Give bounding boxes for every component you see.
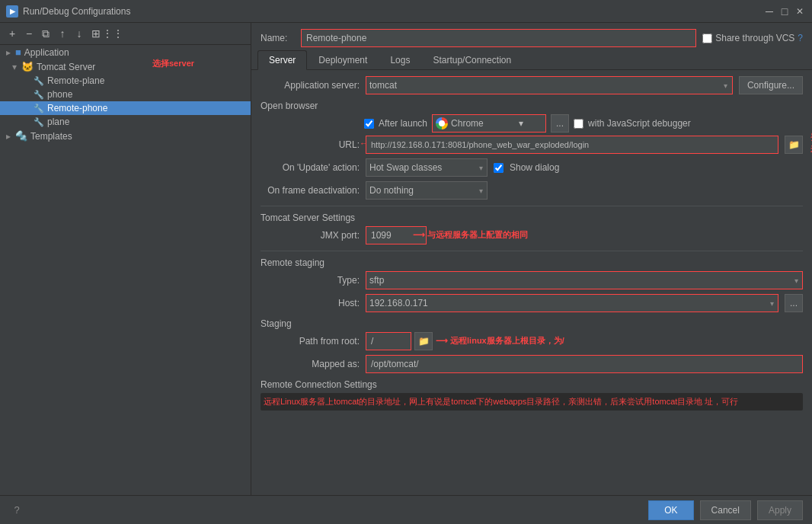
tree-item-phone[interactable]: 🔧 phone [0,88,251,101]
url-folder-button[interactable]: 📁 [785,136,803,154]
config-icon: 🔧 [34,117,44,127]
name-input[interactable] [301,29,696,47]
tree-label: plane [47,117,69,127]
config-icon-selected: 🔧 [34,104,44,113]
close-button[interactable]: ✕ [794,5,806,18]
show-dialog-label: Show dialog [510,162,559,173]
show-dialog-checkbox[interactable] [494,163,504,173]
right-panel: Name: Share through VCS ? 名称随便起 Server D… [251,23,812,495]
on-update-select[interactable]: Hot Swap classes [366,159,475,176]
app-server-combo[interactable]: tomcat ▾ [366,76,733,94]
tree-label: Templates [30,131,72,142]
path-root-folder-button[interactable]: 📁 [414,332,433,350]
tomcat-icon: 🐱 [21,61,34,72]
remote-staging-title: Remote staging [261,257,803,268]
url-input[interactable] [366,136,778,154]
share-vcs-label: Share through VCS [715,33,794,43]
share-vcs-container: Share through VCS ? [702,33,803,43]
move-down-button[interactable]: ↓ [72,26,87,41]
on-frame-label: On frame deactivation: [261,185,360,196]
on-frame-combo[interactable]: Do nothing ▾ [366,181,488,200]
tree-label: Application [24,47,69,58]
question-mark-icon[interactable]: ? [798,33,803,43]
host-row: Host: 192.168.0.171 ▾ ... ⟶ 远程服务器ip [261,294,803,312]
configure-button[interactable]: Configure... [739,76,803,94]
config-toolbar: + − ⧉ ↑ ↓ ⊞ ⋮⋮ [0,23,251,45]
more-button[interactable]: ⋮⋮ [105,26,120,41]
app-server-select[interactable]: tomcat [366,77,720,94]
help-button[interactable]: ? [9,503,24,518]
config-tree: ▸ ■ Application ▾ 🐱 Tomcat Server 选择serv… [0,45,251,143]
arrow-left: ← [360,139,368,148]
cancel-button[interactable]: Cancel [700,500,751,520]
tree-label-selected: Remote-phone [47,103,107,113]
add-config-button[interactable]: + [5,26,20,41]
on-update-label: On 'Update' action: [261,162,360,173]
tree-item-remote-phone[interactable]: 🔧 Remote-phone [0,101,251,115]
config-icon: 🔧 [34,76,44,86]
host-select[interactable]: 192.168.0.171 [366,295,766,312]
maximize-button[interactable]: □ [778,5,791,18]
move-up-button[interactable]: ↑ [55,26,70,41]
js-debugger-label: with JavaScript debugger [588,118,691,129]
on-update-arrow: ▾ [475,159,487,176]
on-frame-deactivation-row: On frame deactivation: Do nothing ▾ [261,181,803,200]
share-vcs-checkbox[interactable] [702,34,712,43]
type-select[interactable]: sftp [366,272,790,289]
combo-arrow-icon: ▾ [720,77,732,94]
tree-item-templates[interactable]: ▸ 🔩 Templates [0,129,251,143]
on-frame-arrow: ▾ [475,182,487,199]
tree-label: phone [47,89,72,100]
remote-connection-title: Remote Connection Settings [261,379,803,390]
after-launch-checkbox[interactable] [364,119,374,129]
after-launch-row: After launch Chrome ▾ ... with JavaScrip… [261,114,803,133]
tree-label: Remote-plane [47,75,104,86]
type-row: Type: sftp ▾ [261,271,803,289]
tree-item-remote-plane[interactable]: 🔧 Remote-plane [0,74,251,88]
browser-name: Chrome [448,118,497,129]
host-label: Host: [261,298,360,308]
ok-button[interactable]: OK [648,500,693,520]
host-ellipsis-button[interactable]: ... [785,294,803,312]
browser-ellipsis-button[interactable]: ... [551,114,569,133]
remove-config-button[interactable]: − [21,26,37,41]
expand-arrow: ▾ [12,62,21,72]
wrench-icon: 🔩 [15,130,27,142]
host-combo[interactable]: 192.168.0.171 ▾ [366,294,778,312]
tab-server[interactable]: Server [257,50,307,70]
bottom-left: ? [9,503,642,518]
tree-item-plane[interactable]: 🔧 plane [0,115,251,129]
window-title: Run/Debug Configurations [23,6,763,17]
expand-arrow: ▸ [6,47,15,58]
tomcat-settings-title: Tomcat Server Settings [261,212,803,223]
tab-startup-connection[interactable]: Startup/Connection [421,50,523,70]
copy-config-button[interactable]: ⧉ [38,26,53,41]
url-label: URL: [261,139,360,150]
open-browser-section: Open browser [261,101,803,111]
on-update-combo[interactable]: Hot Swap classes ▾ [366,158,488,177]
type-combo[interactable]: sftp ▾ [366,271,803,289]
tab-logs[interactable]: Logs [379,50,421,70]
browser-combo[interactable]: Chrome ▾ [432,114,546,133]
main-container: + − ⧉ ↑ ↓ ⊞ ⋮⋮ ▸ ■ Application ▾ 🐱 Tomca… [0,23,812,495]
path-root-label: Path from root: [261,336,360,347]
tree-item-application[interactable]: ▸ ■ Application [0,45,251,59]
staging-section-title: Staging [261,318,803,329]
minimize-button[interactable]: ─ [763,5,775,18]
window-controls: ─ □ ✕ [763,5,806,18]
mapped-as-input[interactable] [366,355,803,373]
type-combo-arrow: ▾ [790,272,802,289]
apply-button[interactable]: Apply [757,500,803,520]
expand-arrow: ▸ [6,131,15,142]
chrome-icon [436,117,448,129]
on-frame-select[interactable]: Do nothing [366,182,475,199]
tree-item-tomcat[interactable]: ▾ 🐱 Tomcat Server 选择server [0,59,251,74]
app-icon: ▶ [6,5,18,18]
left-panel: + − ⧉ ↑ ↓ ⊞ ⋮⋮ ▸ ■ Application ▾ 🐱 Tomca… [0,23,251,495]
annotation-select-server: 选择server [152,58,194,69]
after-launch-label: After launch [379,118,427,129]
path-root-input[interactable] [366,332,411,350]
tab-deployment[interactable]: Deployment [307,50,379,70]
sort-button[interactable]: ⊞ [88,26,104,41]
js-debugger-checkbox[interactable] [574,119,583,129]
